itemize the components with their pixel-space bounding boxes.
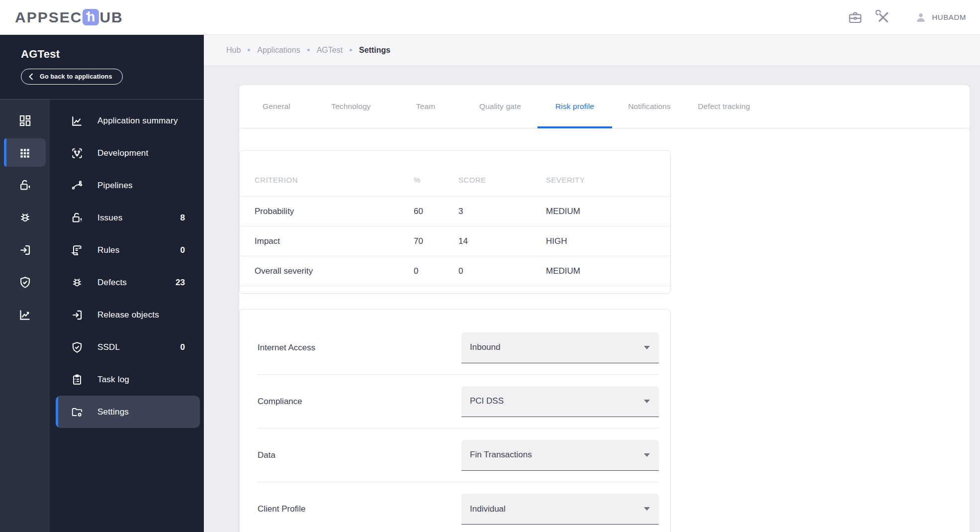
sidebar-item-pipelines[interactable]: Pipelines xyxy=(50,169,204,202)
risk-criteria-table: CRITERION % SCORE SEVERITY Probability 6… xyxy=(239,150,671,294)
logo-h-block: h xyxy=(83,9,99,25)
tab-general[interactable]: General xyxy=(239,85,314,128)
table-row-impact: Impact 70 14 HIGH xyxy=(240,226,670,256)
rail-shield-check-icon[interactable] xyxy=(0,266,50,299)
risk-profile-form: Internet Access Inbound Compliance PCI D… xyxy=(239,309,671,532)
appsechub-logo: APPSEC h UB xyxy=(15,9,123,26)
folder-gear-icon xyxy=(71,406,84,419)
tools-icon[interactable] xyxy=(876,10,891,25)
sidebar-item-rules[interactable]: Rules 0 xyxy=(50,234,204,266)
person-icon xyxy=(914,11,927,24)
scroll-icon xyxy=(71,244,84,257)
tab-quality-gate[interactable]: Quality gate xyxy=(463,85,537,128)
user-menu[interactable]: HUBADM xyxy=(914,11,966,24)
dropdown-caret-icon xyxy=(644,400,650,403)
severity-value: MEDIUM xyxy=(546,266,670,276)
briefcase-icon[interactable] xyxy=(848,10,863,25)
breadcrumb-agtest[interactable]: AGTest xyxy=(317,46,343,55)
dev-scan-icon xyxy=(71,147,84,160)
ssdl-count-badge: 0 xyxy=(180,342,185,352)
logo-text-post: UB xyxy=(99,9,123,26)
branch-icon xyxy=(71,179,84,192)
defects-count-badge: 23 xyxy=(176,278,185,288)
sidebar-item-application-summary[interactable]: Application summary xyxy=(50,105,204,137)
sidebar-item-defects[interactable]: Defects 23 xyxy=(50,266,204,299)
rail-exit-icon[interactable] xyxy=(0,234,50,266)
form-row-client-profile: Client Profile Individual xyxy=(258,482,659,532)
table-row-overall-severity: Overall severity 0 0 MEDIUM xyxy=(240,256,670,286)
col-header-severity: SEVERITY xyxy=(546,176,670,184)
dropdown-caret-icon xyxy=(644,346,650,349)
rail-chart-icon[interactable] xyxy=(0,299,50,331)
main-content: Hub Applications AGTest Settings General… xyxy=(204,35,980,532)
icon-rail xyxy=(0,100,50,532)
chevron-left-icon xyxy=(28,73,34,81)
rail-bug-icon[interactable] xyxy=(0,202,50,234)
breadcrumb-separator-dot xyxy=(248,49,250,51)
col-header-score: SCORE xyxy=(458,176,546,184)
breadcrumb-hub[interactable]: Hub xyxy=(226,46,241,55)
breadcrumb-applications[interactable]: Applications xyxy=(257,46,300,55)
sidebar-item-ssdl[interactable]: SSDL 0 xyxy=(50,331,204,363)
rail-lock-alert-icon[interactable] xyxy=(0,169,50,202)
breadcrumb-separator-dot xyxy=(307,49,310,51)
top-header: APPSEC h UB HUBADM xyxy=(0,0,980,35)
form-row-data: Data Fin Transactions xyxy=(258,428,659,482)
tab-notifications[interactable]: Notifications xyxy=(612,85,687,128)
sidebar-header: AGTest Go back to applications xyxy=(0,35,204,100)
active-indicator-bar xyxy=(4,138,6,167)
data-label: Data xyxy=(258,450,461,460)
table-row-probability: Probability 60 3 MEDIUM xyxy=(240,197,670,226)
form-row-internet-access: Internet Access Inbound xyxy=(258,321,659,375)
sidebar-item-task-log[interactable]: Task log xyxy=(50,363,204,396)
form-row-compliance: Compliance PCI DSS xyxy=(258,375,659,428)
breadcrumb-separator-dot xyxy=(350,49,352,51)
sidebar: AGTest Go back to applications xyxy=(0,35,204,532)
application-name: AGTest xyxy=(21,48,204,61)
tab-team[interactable]: Team xyxy=(388,85,463,128)
col-header-percent: % xyxy=(414,176,458,184)
settings-tabs: General Technology Team Quality gate Ris… xyxy=(239,85,970,128)
tab-defect-tracking[interactable]: Defect tracking xyxy=(687,85,761,128)
client-profile-label: Client Profile xyxy=(258,504,461,514)
table-header-row: CRITERION % SCORE SEVERITY xyxy=(240,164,670,197)
compliance-label: Compliance xyxy=(258,397,461,407)
clipboard-icon xyxy=(71,373,84,386)
shield-check-icon xyxy=(71,341,84,354)
go-back-button[interactable]: Go back to applications xyxy=(21,69,123,85)
internet-access-label: Internet Access xyxy=(258,343,461,353)
sidebar-menu: Application summary Development xyxy=(50,100,204,532)
severity-value: HIGH xyxy=(546,236,670,246)
logo-text-pre: APPSEC xyxy=(15,9,82,26)
breadcrumb-current-settings: Settings xyxy=(359,46,390,55)
rail-dashboard-icon[interactable] xyxy=(0,105,50,137)
breadcrumb: Hub Applications AGTest Settings xyxy=(204,35,980,65)
compliance-select[interactable]: PCI DSS xyxy=(461,386,659,417)
issues-count-badge: 8 xyxy=(180,213,185,223)
data-select[interactable]: Fin Transactions xyxy=(461,440,659,471)
chart-line-icon xyxy=(71,114,84,127)
sidebar-item-settings[interactable]: Settings xyxy=(56,396,200,428)
tab-risk-profile[interactable]: Risk profile xyxy=(537,85,612,128)
tab-technology[interactable]: Technology xyxy=(314,85,388,128)
client-profile-select[interactable]: Individual xyxy=(461,494,659,525)
sidebar-item-issues[interactable]: Issues 8 xyxy=(50,202,204,234)
rules-count-badge: 0 xyxy=(180,245,185,255)
settings-panel: General Technology Team Quality gate Ris… xyxy=(239,85,970,532)
rail-apps-grid-icon[interactable] xyxy=(0,137,50,169)
sidebar-item-release-objects[interactable]: Release objects xyxy=(50,299,204,331)
username-label: HUBADM xyxy=(932,13,966,21)
lock-alert-icon xyxy=(71,212,84,224)
exit-icon xyxy=(71,309,84,321)
dropdown-caret-icon xyxy=(644,453,650,457)
col-header-criterion: CRITERION xyxy=(255,176,414,184)
dropdown-caret-icon xyxy=(644,507,650,511)
bug-icon xyxy=(71,276,84,289)
internet-access-select[interactable]: Inbound xyxy=(461,332,659,363)
severity-value: MEDIUM xyxy=(546,207,670,216)
sidebar-item-development[interactable]: Development xyxy=(50,137,204,169)
